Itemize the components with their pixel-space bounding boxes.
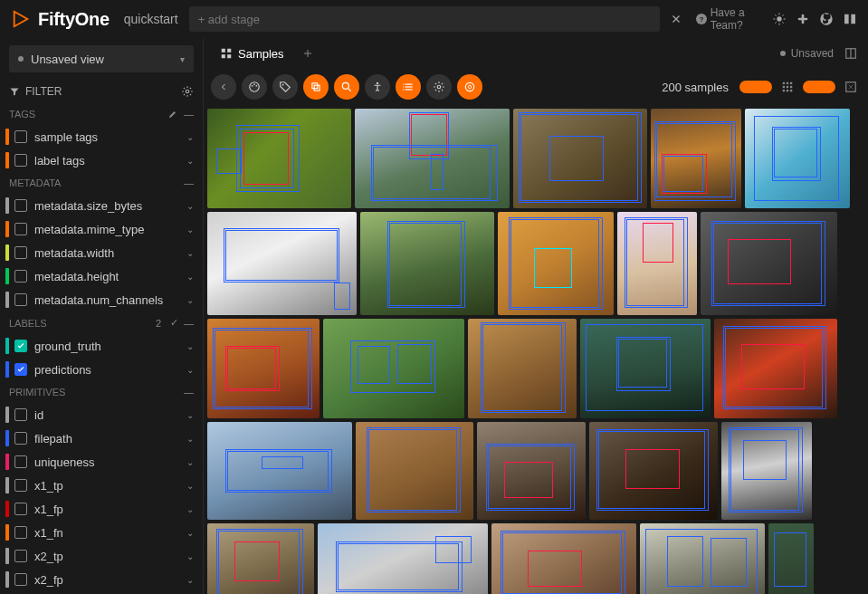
sample-thumbnail[interactable] [714,319,837,418]
back-button[interactable] [211,74,236,100]
field-checkbox[interactable] [14,246,27,259]
clone-button[interactable] [303,74,329,100]
sample-thumbnail[interactable] [360,212,494,315]
sample-thumbnail[interactable] [701,212,837,315]
chevron-down-icon[interactable]: ⌄ [186,528,194,538]
size-slider[interactable] [803,81,835,93]
docs-icon[interactable] [843,10,857,28]
add-stage-input[interactable] [189,6,660,32]
field-id[interactable]: id⌄ [0,403,203,426]
field-checkbox[interactable] [14,432,27,445]
chevron-down-icon[interactable]: ⌄ [186,272,194,282]
tab-samples[interactable]: Samples [211,43,293,64]
chevron-down-icon[interactable]: ⌄ [186,457,194,467]
sample-thumbnail[interactable] [513,109,647,208]
field-metadata-size-bytes[interactable]: metadata.size_bytes⌄ [0,194,203,217]
field-checkbox[interactable] [14,455,27,468]
sample-thumbnail[interactable] [477,422,586,520]
field-checkbox[interactable] [14,526,27,539]
unsaved-indicator[interactable]: Unsaved [780,47,834,60]
sample-thumbnail[interactable] [207,212,357,315]
chevron-down-icon[interactable]: ⌄ [186,481,194,491]
sample-thumbnail[interactable] [768,523,814,594]
group-header-labels[interactable]: LABELS2✓— [0,311,203,334]
field-checkbox[interactable] [14,199,27,212]
sample-thumbnail[interactable] [721,422,812,520]
expand-icon[interactable] [841,77,861,97]
sample-thumbnail[interactable] [468,319,577,418]
ai-button[interactable] [457,74,482,100]
search-button[interactable] [334,74,359,100]
chevron-down-icon[interactable]: ⌄ [186,132,194,142]
field-uniqueness[interactable]: uniqueness⌄ [0,450,203,474]
slack-icon[interactable] [796,10,810,28]
chevron-down-icon[interactable]: ⌄ [186,341,194,351]
sample-thumbnail[interactable] [323,319,464,418]
field-checkbox[interactable] [14,363,27,376]
field-metadata-num-channels[interactable]: metadata.num_channels⌄ [0,288,203,311]
sample-thumbnail[interactable] [207,422,352,520]
field-x1-fn[interactable]: x1_fn⌄ [0,521,203,544]
sample-grid[interactable] [204,105,868,594]
chevron-down-icon[interactable]: ⌄ [186,156,194,166]
sample-thumbnail[interactable] [498,212,614,315]
dataset-name[interactable]: quickstart [124,12,178,26]
sample-thumbnail[interactable] [651,109,741,208]
field-checkbox[interactable] [14,550,27,562]
minus-icon[interactable]: — [184,109,194,120]
field-checkbox[interactable] [14,293,27,306]
field-metadata-width[interactable]: metadata.width⌄ [0,241,203,264]
gear-icon[interactable] [181,85,194,98]
sample-thumbnail[interactable] [491,523,636,594]
group-header-primitives[interactable]: PRIMITIVES— [0,381,203,403]
chevron-down-icon[interactable]: ⌄ [186,504,194,514]
minus-icon[interactable]: — [184,177,194,188]
chevron-down-icon[interactable]: ⌄ [186,365,194,375]
field-checkbox[interactable] [14,130,27,143]
group-header-tags[interactable]: TAGS— [0,103,203,125]
brightness-icon[interactable] [772,10,787,28]
minus-icon[interactable]: — [184,318,194,329]
field-ground-truth[interactable]: ground_truth⌄ [0,334,203,358]
field-predictions[interactable]: predictions⌄ [0,358,203,381]
clear-stage-icon[interactable] [667,10,685,28]
field-sample tags[interactable]: sample tags⌄ [0,125,203,148]
field-x2-fp[interactable]: x2_fp⌄ [0,568,203,591]
settings-button[interactable] [426,74,452,100]
tag-button[interactable] [272,74,298,100]
field-x1-fp[interactable]: x1_fp⌄ [0,497,203,521]
sample-thumbnail[interactable] [640,523,765,594]
sample-thumbnail[interactable] [207,523,314,594]
chevron-down-icon[interactable]: ⌄ [186,551,194,561]
field-metadata-mime-type[interactable]: metadata.mime_type⌄ [0,217,203,241]
minus-icon[interactable]: — [184,387,194,398]
field-checkbox[interactable] [14,270,27,283]
field-checkbox[interactable] [14,340,27,352]
field-checkbox[interactable] [14,573,27,586]
chevron-down-icon[interactable]: ⌄ [186,434,194,444]
sample-thumbnail[interactable] [355,109,510,208]
chevron-down-icon[interactable]: ⌄ [186,201,194,211]
field-label tags[interactable]: label tags⌄ [0,148,203,172]
field-checkbox[interactable] [14,154,27,167]
chevron-down-icon[interactable]: ⌄ [186,225,194,235]
sample-thumbnail[interactable] [356,422,473,520]
chevron-down-icon[interactable]: ⌄ [186,248,194,258]
sample-thumbnail[interactable] [745,109,850,208]
edit-icon[interactable] [167,109,178,120]
list-button[interactable] [396,74,421,100]
layout-icon[interactable] [841,43,861,63]
sample-thumbnail[interactable] [318,523,488,594]
chevron-down-icon[interactable]: ⌄ [186,575,194,585]
github-icon[interactable] [819,10,834,28]
accessibility-button[interactable] [365,74,390,100]
field-checkbox[interactable] [14,223,27,235]
sample-thumbnail[interactable] [207,319,320,418]
sample-thumbnail[interactable] [580,319,711,418]
logo[interactable]: FiftyOne [11,9,110,30]
team-link[interactable]: Have a Team? [711,6,758,32]
chevron-down-icon[interactable]: ⌄ [186,295,194,305]
field-checkbox[interactable] [14,479,27,492]
field-metadata-height[interactable]: metadata.height⌄ [0,264,203,288]
view-selector[interactable]: Unsaved view ▾ [9,45,194,72]
